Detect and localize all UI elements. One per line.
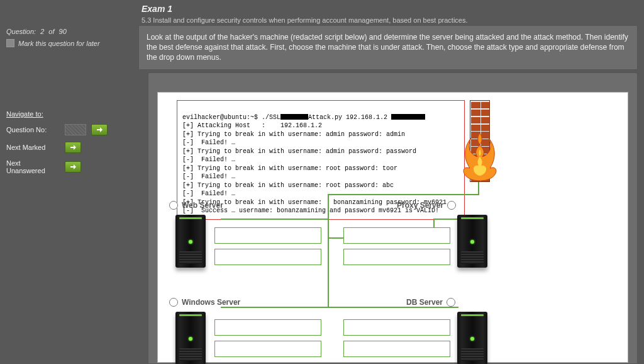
navigate-heading: Navigate to:: [6, 110, 129, 118]
proxy-attack-dropdown[interactable]: [343, 227, 450, 244]
mark-label: Mark this question for later: [18, 40, 100, 47]
web-defense-dropdown[interactable]: [214, 249, 321, 265]
arrow-right-icon: [69, 163, 77, 171]
windows-attack-dropdown[interactable]: [214, 319, 321, 336]
next-unanswered-button[interactable]: [65, 161, 81, 173]
question-no-input[interactable]: [65, 124, 86, 135]
windows-server-icon: [175, 312, 206, 364]
proxy-server-icon: [457, 215, 487, 268]
db-defense-dropdown[interactable]: [343, 341, 450, 357]
proxy-server-label: Proxy Server: [397, 201, 443, 210]
db-attack-dropdown[interactable]: [343, 319, 450, 336]
db-server-radio[interactable]: [447, 298, 455, 307]
work-area: evilhacker@ubuntu:~$ ./SSLAttack.py 192.…: [148, 72, 638, 364]
web-server-label: Web Server: [182, 201, 223, 210]
web-attack-dropdown[interactable]: [214, 227, 321, 244]
exam-title: Exam 1: [142, 4, 638, 14]
firewall-icon: [470, 100, 490, 182]
web-server-radio[interactable]: [169, 201, 178, 210]
exam-subtitle: 5.3 Install and configure security contr…: [142, 16, 638, 24]
mark-checkbox[interactable]: [6, 39, 14, 47]
db-server-label: DB Server: [406, 298, 443, 307]
proxy-defense-dropdown[interactable]: [343, 249, 450, 265]
go-question-button[interactable]: [91, 124, 108, 135]
db-server-icon: [457, 312, 487, 364]
mark-for-later[interactable]: Mark this question for later: [6, 39, 129, 47]
redaction: [280, 114, 308, 120]
windows-server-label: Windows Server: [182, 298, 240, 307]
windows-server-radio[interactable]: [169, 298, 178, 307]
question-text: Look at the output of the hacker's machi…: [138, 25, 638, 70]
windows-defense-dropdown[interactable]: [214, 341, 321, 357]
next-marked-button[interactable]: [65, 142, 81, 153]
proxy-server-radio[interactable]: [447, 201, 456, 210]
arrow-right-icon: [69, 144, 77, 151]
next-unanswered-label: Next Unanswered: [6, 159, 60, 174]
redaction: [391, 114, 425, 120]
web-server-icon: [175, 215, 206, 268]
question-no-label: Question No:: [6, 126, 60, 134]
arrow-right-icon: [96, 126, 103, 134]
question-counter: Question: 2 of 90: [6, 28, 129, 35]
flame-icon: [460, 132, 499, 182]
diagram-canvas: evilhacker@ubuntu:~$ ./SSLAttack.py 192.…: [157, 92, 628, 363]
next-marked-label: Next Marked: [6, 144, 60, 151]
